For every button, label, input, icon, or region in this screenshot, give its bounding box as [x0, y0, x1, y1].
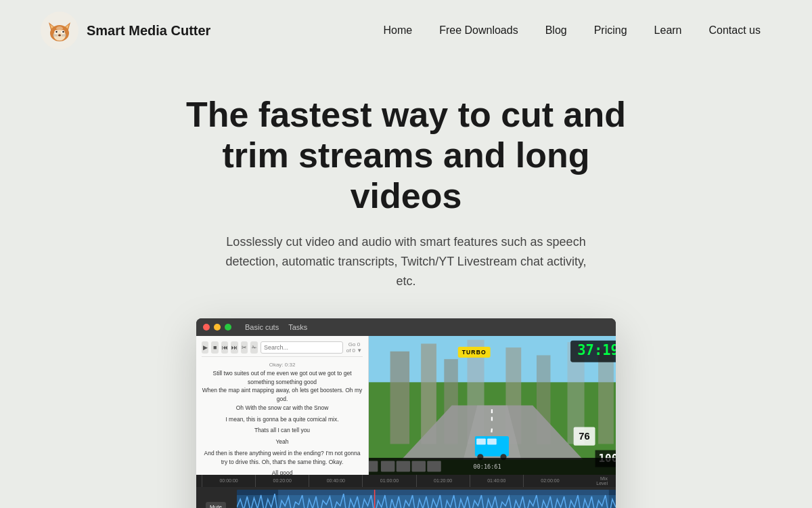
video-frame: 76 37:19 TURBO 100	[369, 336, 616, 475]
app-main-content: ▶ ■ ⏮ ⏭ ✂ ✁ Go 0 of 0 ▼ Okay: 0:32 Still…	[196, 336, 616, 475]
app-timeline: 00:00:00 00:20:00 00:40:00 01:00:00 01:2…	[196, 475, 616, 508]
svg-rect-18	[390, 352, 409, 444]
nav-blog[interactable]: Blog	[535, 19, 578, 42]
nav-learn[interactable]: Learn	[644, 19, 693, 42]
ruler-mark-6: 02:00:00	[523, 475, 577, 487]
scissors-icon[interactable]: ✁	[250, 341, 257, 354]
close-button[interactable]	[203, 324, 210, 331]
cut-icon[interactable]: ✂	[241, 341, 248, 354]
minimize-button[interactable]	[214, 324, 221, 331]
transcript-line-2: I mean, this is gonna be a quite comical…	[202, 415, 363, 424]
brand-name: Smart Media Cutter	[87, 23, 210, 39]
svg-rect-31	[476, 438, 486, 444]
nav-home[interactable]: Home	[372, 19, 423, 42]
transcript-toolbar: ▶ ■ ⏮ ⏭ ✂ ✁ Go 0 of 0 ▼	[202, 341, 363, 357]
ruler-mark-1: 00:20:00	[255, 475, 309, 487]
transcript-panel: ▶ ■ ⏮ ⏭ ✂ ✁ Go 0 of 0 ▼ Okay: 0:32 Still…	[196, 336, 369, 475]
ruler-mark-0: 00:00:00	[202, 475, 255, 487]
brand-logo	[41, 12, 78, 49]
play-icon[interactable]: ▶	[202, 341, 208, 354]
video-panel: 76 37:19 TURBO 100	[369, 336, 616, 475]
hero-title: The fastest way to cut and trim streams …	[162, 95, 650, 216]
app-titlebar: Basic cuts Tasks	[196, 318, 616, 336]
hero-section: The fastest way to cut and trim streams …	[0, 61, 812, 508]
transcript-line-5: And then is there anything weird in the …	[202, 449, 363, 467]
app-screenshot: Basic cuts Tasks ▶ ■ ⏮ ⏭ ✂ ✁ Go 0 of 0 ▼	[196, 318, 616, 508]
transcript-search-input[interactable]	[261, 341, 343, 354]
nav-pricing[interactable]: Pricing	[583, 19, 638, 42]
menu-basic-cuts[interactable]: Basic cuts	[245, 323, 279, 331]
transcript-line-3: Thats all I can tell you	[202, 426, 363, 435]
transcript-content: Okay: 0:32 Still two suites out of me ev…	[202, 361, 363, 475]
game-scene-svg: 76 37:19 TURBO 100	[369, 336, 616, 475]
svg-rect-52	[278, 490, 609, 508]
svg-text:76: 76	[579, 430, 589, 441]
transcript-line-4: Yeah	[202, 438, 363, 446]
result-count: Go 0 of 0 ▼	[346, 341, 363, 354]
ruler-mark-2: 00:40:00	[309, 475, 362, 487]
transcript-line-6: All good	[202, 469, 363, 475]
menu-tasks[interactable]: Tasks	[288, 323, 307, 331]
svg-text:37:19: 37:19	[577, 342, 616, 358]
brand-logo-link[interactable]: Smart Media Cutter	[41, 12, 210, 49]
audio-waveform[interactable]	[237, 490, 616, 508]
svg-rect-46	[397, 461, 411, 471]
stop-icon[interactable]: ■	[211, 341, 218, 354]
mix-level-label: MixLevel	[577, 476, 610, 486]
svg-rect-44	[369, 461, 378, 471]
svg-point-10	[58, 35, 61, 37]
maximize-button[interactable]	[225, 324, 231, 331]
svg-rect-48	[427, 461, 441, 471]
svg-point-9	[62, 31, 64, 33]
svg-rect-32	[487, 438, 497, 444]
skip-back-icon[interactable]: ⏮	[221, 341, 228, 354]
transcript-line-1: Okay: 0:32 Still two suites out of me ev…	[202, 361, 363, 412]
nav-links: Home Free Downloads Blog Pricing Learn C…	[372, 19, 771, 42]
svg-rect-45	[381, 461, 395, 471]
audio-track: Mute	[196, 487, 616, 508]
skip-forward-icon[interactable]: ⏭	[231, 341, 238, 354]
nav-free-downloads[interactable]: Free Downloads	[428, 19, 529, 42]
svg-point-8	[55, 31, 58, 33]
navbar: Smart Media Cutter Home Free Downloads B…	[0, 0, 812, 61]
ruler-mark-4: 01:20:00	[416, 475, 470, 487]
svg-point-15	[56, 26, 63, 30]
timeline-ruler: 00:00:00 00:20:00 00:40:00 01:00:00 01:2…	[196, 475, 616, 487]
ruler-mark-3: 01:00:00	[362, 475, 415, 487]
hero-subtitle: Losslessly cut video and audio with smar…	[217, 232, 595, 291]
svg-rect-25	[598, 350, 614, 444]
svg-text:TURBO: TURBO	[462, 349, 487, 356]
ruler-mark-5: 01:40:00	[470, 475, 523, 487]
svg-text:00:16:61: 00:16:61	[474, 463, 501, 470]
mute-button[interactable]: Mute	[196, 487, 235, 508]
window-controls	[203, 324, 231, 331]
nav-contact-us[interactable]: Contact us	[698, 19, 771, 42]
svg-rect-47	[411, 461, 426, 471]
app-menu-bar: Basic cuts Tasks	[245, 323, 307, 331]
